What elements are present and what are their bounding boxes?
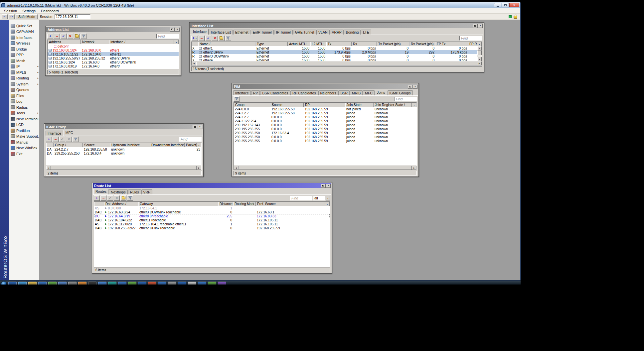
horizontal-scrollbar[interactable]: ◀ ▶ bbox=[46, 166, 201, 170]
column-header-group[interactable]: Group/ bbox=[54, 143, 83, 147]
scroll-track[interactable] bbox=[477, 51, 482, 57]
enable-button[interactable]: ✓ bbox=[107, 195, 113, 201]
taskbar-app-icon[interactable] bbox=[148, 282, 156, 285]
column-select-button[interactable]: ▼ bbox=[477, 42, 482, 46]
column-header-flags[interactable] bbox=[46, 143, 54, 147]
sidebar-item-quick-set[interactable]: Quick Set bbox=[9, 23, 39, 29]
route-filter-select[interactable]: all bbox=[313, 196, 325, 200]
column-header-address[interactable]: Address bbox=[48, 40, 81, 44]
tab-lte[interactable]: LTE bbox=[361, 30, 371, 35]
table-row[interactable]: DAC▶172.16.63.0/24ether3 DOWNlink reacha… bbox=[94, 210, 330, 214]
table-row[interactable]: 224.2.2.70.0.0.0192.168.255.59joinedunkn… bbox=[234, 115, 416, 119]
filter-button[interactable] bbox=[225, 36, 231, 41]
column-header-tx-packet-p-s[interactable]: Tx Packet (p/s) bbox=[377, 42, 409, 46]
taskbar-app-icon[interactable] bbox=[188, 282, 196, 285]
column-header-rx-packet-p-s[interactable]: Rx Packet (p/s) bbox=[409, 42, 435, 46]
sidebar-item-wireless[interactable]: Wireless bbox=[9, 41, 39, 47]
table-row[interactable]: Xether4Ethernet150015800 bps0 bps000 bps bbox=[192, 58, 477, 61]
table-row[interactable]: Xether1Ethernet150015800 bps0 bps000 bps bbox=[192, 46, 477, 50]
route-filter-dropdown-icon[interactable]: ▼ bbox=[326, 196, 330, 200]
filter-button[interactable] bbox=[80, 34, 86, 39]
tab-nexthops[interactable]: Nexthops bbox=[109, 189, 127, 194]
add-button[interactable]: +▼ bbox=[191, 36, 198, 41]
horizontal-scrollbar[interactable]: ◀ ▶ bbox=[192, 61, 482, 65]
scroll-down-icon[interactable]: ▼ bbox=[477, 57, 482, 61]
comment-button[interactable] bbox=[219, 36, 225, 41]
taskbar-app-icon[interactable] bbox=[28, 282, 37, 285]
table-row[interactable]: 172.16.63.1/24172.16.63.0ether3 DOWNlink bbox=[48, 60, 179, 64]
column-header-rp[interactable]: RP bbox=[304, 103, 345, 107]
address-list-titlebar[interactable]: Address List × bbox=[46, 27, 180, 32]
filter-button[interactable] bbox=[127, 195, 133, 201]
maximize-button[interactable] bbox=[193, 125, 197, 129]
tab-ethernet[interactable]: Ethernet bbox=[233, 30, 250, 35]
sidebar-item-bridge[interactable]: Bridge bbox=[9, 46, 39, 52]
column-header-fp-r[interactable]: FP R bbox=[468, 42, 477, 46]
sidebar-item-routing[interactable]: Routing▸ bbox=[9, 75, 39, 81]
scroll-left-icon[interactable]: ◀ bbox=[192, 61, 196, 65]
table-row[interactable]: 192.168.255.59/27192.168.255.32ether2 UP… bbox=[48, 56, 179, 60]
session-input[interactable]: 172.16.105.11 bbox=[55, 14, 90, 19]
column-header-gateway[interactable]: Gateway bbox=[138, 202, 218, 206]
column-header-flags[interactable] bbox=[94, 202, 104, 206]
column-header-source[interactable]: Source bbox=[83, 143, 110, 147]
table-row[interactable]: 224.2.127.2540.0.0.0192.168.255.59joined… bbox=[234, 119, 416, 123]
disable-button[interactable]: × bbox=[66, 137, 72, 142]
add-button[interactable]: + bbox=[46, 137, 52, 142]
taskbar-app-icon[interactable] bbox=[98, 282, 106, 285]
enable-button[interactable]: ✓ bbox=[205, 36, 211, 41]
undo-button[interactable]: ↶ bbox=[2, 14, 8, 19]
column-header-distance[interactable]: Distance bbox=[218, 202, 233, 206]
tab-mfc[interactable]: MFC bbox=[64, 130, 75, 136]
scroll-left-icon[interactable]: ◀ bbox=[234, 166, 239, 170]
sidebar-item-queues[interactable]: Queues bbox=[9, 87, 39, 93]
column-header-interface[interactable]: Interface/ bbox=[109, 40, 174, 44]
sidebar-item-new-terminal[interactable]: New Terminal bbox=[9, 116, 39, 122]
table-row[interactable]: DC▶172.16.64.0/19ether8 unreachable25517… bbox=[94, 214, 330, 218]
taskbar-app-icon[interactable] bbox=[118, 282, 126, 285]
scroll-thumb[interactable] bbox=[239, 166, 412, 170]
sidebar-item-partition[interactable]: Partition bbox=[9, 128, 39, 134]
sidebar-item-lcd[interactable]: LCD bbox=[9, 122, 39, 128]
tab-igmp-groups[interactable]: IGMP Groups bbox=[388, 90, 413, 95]
tab-bonding[interactable]: Bonding bbox=[344, 30, 361, 35]
tab-vrrp[interactable]: VRRP bbox=[330, 30, 344, 35]
tab-vlan[interactable]: VLAN bbox=[316, 30, 329, 35]
vertical-scrollbar[interactable]: ▲ ▼ bbox=[477, 46, 482, 61]
taskbar-app-icon[interactable] bbox=[128, 282, 136, 285]
sidebar-item-new-winbox[interactable]: New WinBox bbox=[9, 145, 39, 151]
column-header-rx[interactable]: Rx bbox=[352, 42, 377, 46]
column-header-pref-source[interactable]: Pref. Source bbox=[256, 202, 325, 206]
maximize-button[interactable] bbox=[321, 184, 326, 188]
table-row[interactable]: DAC▶172.16.104.0/22ether11 reachable0172… bbox=[94, 218, 330, 222]
add-button[interactable]: + bbox=[94, 195, 100, 201]
taskbar-app-icon[interactable] bbox=[8, 282, 17, 285]
tab-bsr-candidates[interactable]: BSR Candidates bbox=[260, 90, 290, 95]
tab-bsr[interactable]: BSR bbox=[338, 90, 350, 95]
taskbar-app-icon[interactable] bbox=[38, 282, 47, 285]
tab-rp[interactable]: RP bbox=[251, 90, 260, 95]
table-row[interactable]: DAC▶192.168.255.32/27ether2 UPlink reach… bbox=[94, 226, 330, 230]
taskbar-app-icon[interactable] bbox=[198, 282, 206, 285]
pim-titlebar[interactable]: PIM × bbox=[233, 84, 418, 89]
add-button[interactable]: + bbox=[47, 34, 53, 39]
column-header-routing-mark[interactable]: Routing Mark bbox=[233, 202, 256, 206]
scroll-thumb[interactable] bbox=[51, 166, 197, 170]
find-input[interactable]: Find bbox=[156, 34, 179, 39]
taskbar-app-icon[interactable] bbox=[138, 282, 146, 285]
disable-button[interactable]: × bbox=[114, 195, 120, 201]
taskbar-app-icon[interactable] bbox=[78, 282, 86, 285]
column-header-source[interactable]: Source bbox=[270, 103, 304, 107]
comment-button[interactable] bbox=[120, 195, 126, 201]
taskbar-app-icon[interactable] bbox=[88, 282, 96, 285]
tab-mfc[interactable]: MFC bbox=[363, 90, 375, 95]
table-row[interactable]: DA239.255.255.250172.16.63.4unknown bbox=[46, 151, 201, 155]
column-header-join-state[interactable]: Join State bbox=[345, 103, 374, 107]
tab-interface[interactable]: Interface bbox=[191, 29, 209, 35]
taskbar[interactable] bbox=[0, 281, 521, 285]
close-button[interactable]: × bbox=[326, 184, 331, 188]
taskbar-app-icon[interactable] bbox=[168, 282, 176, 285]
find-input[interactable]: Find bbox=[394, 97, 417, 101]
column-select-button[interactable]: ▼ bbox=[174, 40, 179, 44]
column-header-actual-mtu[interactable]: Actual MTU bbox=[288, 42, 310, 46]
